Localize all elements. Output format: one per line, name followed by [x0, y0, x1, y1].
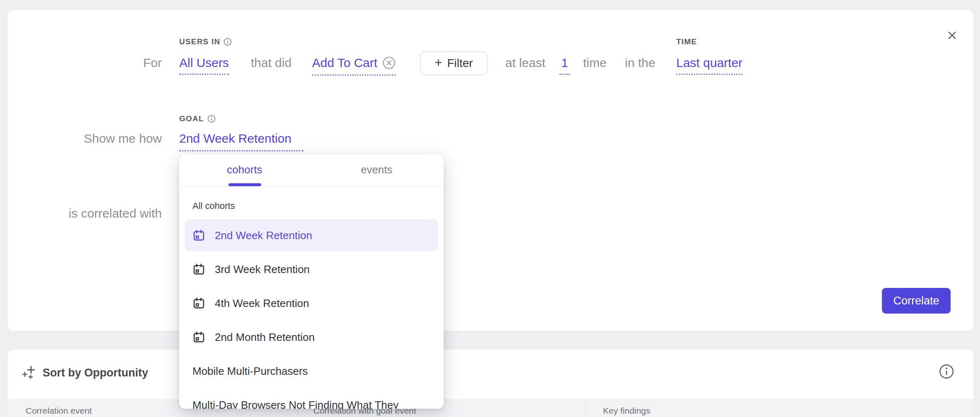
time-label: TIME	[676, 37, 697, 46]
column-header-key-findings: Key findings	[603, 406, 650, 416]
close-icon	[941, 25, 964, 48]
sentence-show-me-how: Show me how	[7, 131, 162, 146]
goal-picker-dropdown: cohorts events All cohorts 2nd Week Rete…	[179, 154, 444, 409]
cohort-option-label: 2nd Week Retention	[215, 229, 312, 242]
tabs-divider	[179, 186, 444, 187]
cohort-selector[interactable]: All Users	[179, 55, 229, 70]
event-selector[interactable]: Add To Cart	[312, 55, 396, 76]
count-selector[interactable]: 1	[560, 55, 570, 70]
cohort-option-2nd-week-retention[interactable]: 2nd Week Retention	[185, 219, 438, 252]
users-in-label: USERS IN	[179, 37, 232, 46]
sentence-prefix-for: For	[7, 55, 162, 70]
info-icon	[939, 364, 954, 379]
results-panel: Sort by Opportunity Correlation event Co…	[7, 350, 973, 417]
sentence-that-did: that did	[251, 55, 291, 70]
cohorts-section-label: All cohorts	[192, 201, 235, 211]
sort-by-opportunity-button[interactable]	[22, 365, 36, 379]
column-divider	[586, 399, 586, 417]
timerange-selector-value[interactable]: Last quarter	[676, 56, 742, 75]
correlate-button[interactable]: Correlate	[882, 288, 951, 314]
calendar-icon	[192, 229, 205, 242]
sort-by-opportunity-label[interactable]: Sort by Opportunity	[43, 367, 148, 379]
event-selector-value[interactable]: Add To Cart	[312, 55, 377, 70]
signal-report-page: { "colors": { "accent": "#4f44e0", "acce…	[0, 0, 980, 417]
cohort-option-4th-week-retention[interactable]: 4th Week Retention	[185, 287, 438, 319]
info-icon[interactable]	[223, 38, 232, 46]
sentence-at-least: at least	[505, 55, 545, 70]
cohort-option-3rd-week-retention[interactable]: 3rd Week Retention	[185, 253, 438, 285]
cohort-option-mobile-multi-purchasers[interactable]: Mobile Multi-Purchasers	[185, 355, 438, 387]
goal-selector[interactable]: 2nd Week Retention	[179, 131, 303, 151]
sentence-is-correlated-with: is correlated with	[7, 206, 162, 221]
active-tab-indicator	[228, 183, 261, 186]
plus-icon: +	[435, 56, 442, 69]
cohort-option-label: 4th Week Retention	[215, 297, 309, 310]
sparkle-plus-icon	[22, 365, 36, 379]
tab-events[interactable]: events	[361, 163, 393, 176]
cohort-selector-value[interactable]: All Users	[179, 56, 229, 75]
cohort-option-multi-day-browsers[interactable]: Multi-Day Browsers Not Finding What They	[185, 389, 438, 409]
results-info-button[interactable]	[939, 364, 954, 379]
sentence-time: time	[583, 55, 607, 70]
calendar-icon	[192, 331, 205, 344]
cohort-option-2nd-month-retention[interactable]: 2nd Month Retention	[185, 321, 438, 353]
close-button[interactable]	[941, 25, 964, 48]
add-filter-button[interactable]: + Filter	[420, 51, 488, 75]
cohort-option-label: Multi-Day Browsers Not Finding What They	[192, 399, 399, 409]
cohort-option-label: Mobile Multi-Purchasers	[192, 365, 308, 378]
results-table-header: Correlation event Correlation with goal …	[7, 399, 973, 417]
cohort-option-label: 2nd Month Retention	[215, 331, 315, 344]
calendar-icon	[192, 263, 205, 276]
remove-event-icon[interactable]	[382, 56, 396, 70]
goal-selector-value[interactable]: 2nd Week Retention	[179, 131, 303, 151]
calendar-icon	[192, 297, 205, 310]
tab-cohorts[interactable]: cohorts	[227, 163, 262, 176]
sentence-in-the: in the	[625, 55, 655, 70]
count-selector-value[interactable]: 1	[560, 56, 570, 75]
column-header-correlation-event: Correlation event	[26, 406, 92, 416]
cohort-option-label: 3rd Week Retention	[215, 263, 310, 276]
goal-label: GOAL	[179, 114, 216, 123]
timerange-selector[interactable]: Last quarter	[676, 55, 742, 70]
info-icon[interactable]	[207, 115, 216, 123]
